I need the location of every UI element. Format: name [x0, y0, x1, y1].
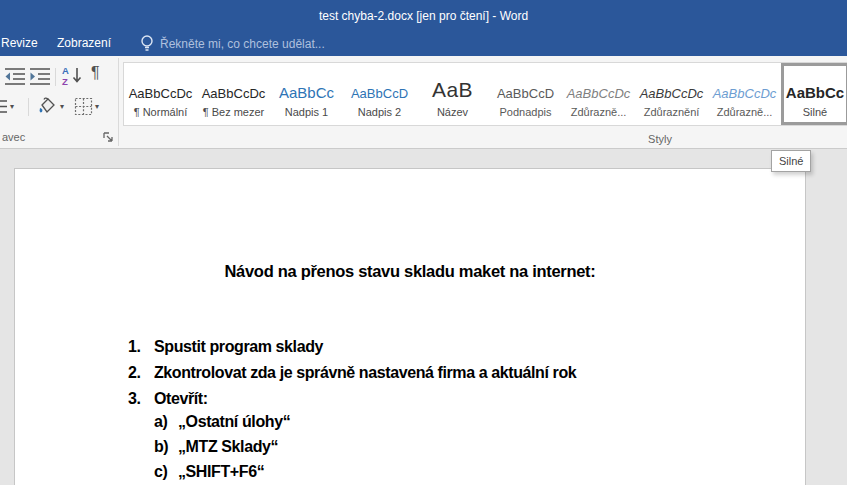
lightbulb-icon	[140, 34, 154, 53]
tab-revize[interactable]: Revize	[1, 36, 38, 50]
show-formatting-button[interactable]: ¶	[91, 64, 100, 82]
style-zdurazneni[interactable]: AaBbCcDc Zdůraznění	[635, 63, 708, 125]
tell-me-label: Řekněte mi, co chcete udělat...	[160, 37, 325, 51]
style-sample: AaBbCcD	[497, 72, 554, 100]
style-label: ¶ Bez mezer	[203, 106, 265, 118]
styles-gallery: AaBbCcDc ¶ Normální AaBbCcDc ¶ Bez mezer…	[123, 62, 847, 126]
chevron-down-icon: ▾	[95, 102, 99, 111]
style-sample: AaBbCcDc	[567, 72, 631, 100]
shading-bucket-icon	[36, 96, 58, 116]
style-label: Nadpis 1	[285, 106, 328, 118]
chevron-down-icon: ▾	[10, 102, 14, 111]
style-sample: AaBbCc	[786, 72, 844, 100]
style-label: Název	[437, 106, 468, 118]
style-sample: AaBbCcDc	[640, 72, 704, 100]
style-nazev[interactable]: AaB Název	[416, 63, 489, 125]
style-label: Zdůrazně...	[571, 106, 627, 118]
style-sample: AaBbCcDc	[713, 72, 777, 100]
list-text: Otevřít:	[154, 390, 208, 408]
style-silne[interactable]: AaBbCc Silné	[781, 63, 847, 125]
style-zdurazne-intenzivni[interactable]: AaBbCcDc Zdůrazně...	[708, 63, 781, 125]
toolbar-divider	[28, 98, 29, 116]
list-text: „MTZ Sklady“	[178, 438, 278, 456]
list-text: „SHIFT+F6“	[178, 463, 264, 481]
list-marker: c)	[154, 463, 167, 481]
paragraph-dialog-launcher[interactable]	[103, 132, 114, 143]
borders-button[interactable]: ▾	[74, 97, 99, 116]
list-text: Zkontrolovat zda je správně nastavená fi…	[154, 364, 576, 382]
style-sample: AaBbCcDc	[202, 72, 266, 100]
list-marker: b)	[154, 438, 168, 456]
line-spacing-icon	[0, 97, 8, 116]
paragraph-group-label: avec	[2, 131, 25, 143]
list-marker: 3.	[128, 390, 141, 408]
line-spacing-button[interactable]: ▾	[0, 97, 14, 116]
toolbar-divider	[55, 68, 56, 86]
document-page[interactable]: Návod na přenos stavu skladu maket na in…	[14, 168, 806, 485]
style-podnadpis[interactable]: AaBbCcD Podnadpis	[489, 63, 562, 125]
style-normalni[interactable]: AaBbCcDc ¶ Normální	[124, 63, 197, 125]
list-text: Spustit program sklady	[154, 338, 323, 356]
tell-me-box[interactable]: Řekněte mi, co chcete udělat...	[140, 34, 325, 53]
style-sample: AaBbCcD	[351, 72, 408, 100]
list-text: „Ostatní úlohy“	[178, 413, 290, 431]
list-marker: a)	[154, 413, 167, 431]
tab-zobrazeni[interactable]: Zobrazení	[57, 36, 111, 50]
style-sample: AaBbCcDc	[129, 72, 193, 100]
style-label: Podnadpis	[500, 106, 552, 118]
sort-button[interactable]: A Z	[61, 65, 85, 86]
increase-indent-icon	[29, 66, 51, 85]
decrease-indent-button[interactable]	[4, 66, 26, 85]
document-heading: Návod na přenos stavu skladu maket na in…	[15, 262, 805, 281]
document-area: Návod na přenos stavu skladu maket na in…	[0, 149, 847, 485]
title-bar: test chyba-2.docx [jen pro čtení] - Word	[0, 0, 847, 32]
increase-indent-button[interactable]	[29, 66, 51, 85]
chevron-down-icon: ▾	[60, 102, 64, 111]
svg-text:A: A	[62, 65, 69, 76]
style-label: Zdůraznění	[644, 106, 700, 118]
tooltip: Silné	[771, 150, 811, 172]
group-divider	[118, 58, 119, 146]
style-sample: AaBbCc	[279, 72, 334, 100]
style-sample: AaB	[432, 72, 473, 100]
window-title: test chyba-2.docx [jen pro čtení] - Word	[319, 9, 528, 23]
pilcrow-icon: ¶	[91, 64, 100, 82]
style-bez-mezer[interactable]: AaBbCcDc ¶ Bez mezer	[197, 63, 270, 125]
style-label: ¶ Normální	[134, 106, 188, 118]
sort-icon: A Z	[61, 65, 85, 86]
style-nadpis-1[interactable]: AaBbCc Nadpis 1	[270, 63, 343, 125]
list-marker: 2.	[128, 364, 141, 382]
ribbon: A Z ¶ ▾	[0, 56, 847, 149]
style-label: Nadpis 2	[358, 106, 401, 118]
ribbon-tab-row: Revize Zobrazení Řekněte mi, co chcete u…	[0, 32, 847, 56]
decrease-indent-icon	[4, 66, 26, 85]
style-label: Zdůrazně...	[717, 106, 773, 118]
styles-group-label: Styly	[610, 133, 710, 145]
style-label: Silné	[803, 106, 827, 118]
shading-button[interactable]: ▾	[36, 96, 64, 116]
style-nadpis-2[interactable]: AaBbCcD Nadpis 2	[343, 63, 416, 125]
list-marker: 1.	[128, 338, 141, 356]
borders-icon	[74, 97, 93, 116]
style-zdurazne-jemne[interactable]: AaBbCcDc Zdůrazně...	[562, 63, 635, 125]
svg-text:Z: Z	[62, 76, 68, 86]
